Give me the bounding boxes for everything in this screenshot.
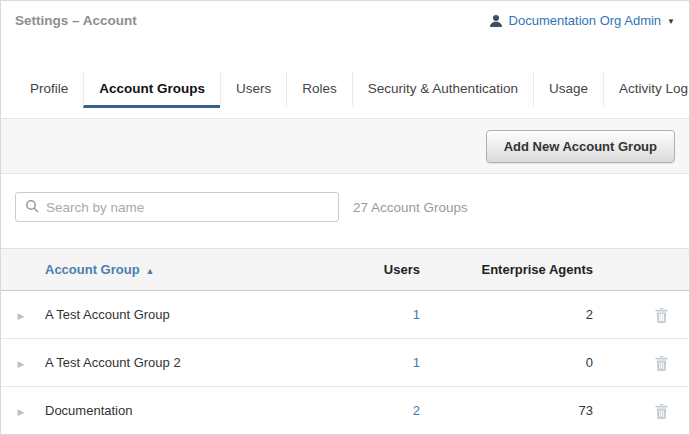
table-row: ▶ Documentation 2 73 [1,387,689,435]
tab-bar: Profile Account Groups Users Roles Secur… [1,72,689,119]
delete-account-group-button[interactable] [633,306,689,322]
account-groups-count: 27 Account Groups [353,200,468,215]
sort-asc-icon: ▲ [146,266,155,276]
top-bar: Settings – Account Documentation Org Adm… [1,1,689,41]
user-menu-label: Documentation Org Admin [509,13,661,28]
tab-profile[interactable]: Profile [15,72,83,108]
tab-usage[interactable]: Usage [533,72,603,108]
delete-account-group-button[interactable] [633,354,689,370]
delete-account-group-button[interactable] [633,402,689,418]
column-header-users[interactable]: Users [373,262,473,277]
chevron-right-icon: ▶ [18,359,25,369]
trash-icon [655,354,668,369]
chevron-right-icon: ▶ [18,311,25,321]
trash-icon [655,402,668,417]
search-box[interactable] [15,192,339,222]
tab-users[interactable]: Users [220,72,286,108]
settings-account-page: Settings – Account Documentation Org Adm… [0,0,690,435]
table-row: ▶ A Test Account Group 1 2 [1,291,689,339]
enterprise-agents-count: 73 [473,403,633,418]
column-header-enterprise-agents[interactable]: Enterprise Agents [473,262,633,277]
tab-roles[interactable]: Roles [286,72,352,108]
chevron-right-icon: ▶ [18,407,25,417]
account-group-name: A Test Account Group 2 [41,355,373,370]
row-expand-button[interactable]: ▶ [1,403,41,418]
column-header-account-group[interactable]: Account Group▲ [41,262,373,277]
enterprise-agents-count: 2 [473,307,633,322]
users-count-link[interactable]: 1 [373,307,473,322]
user-icon [489,14,503,28]
row-expand-button[interactable]: ▶ [1,355,41,370]
trash-icon [655,306,668,321]
table-header-row: Account Group▲ Users Enterprise Agents [1,248,689,291]
users-count-link[interactable]: 1 [373,355,473,370]
row-expand-button[interactable]: ▶ [1,307,41,322]
add-new-account-group-button[interactable]: Add New Account Group [486,130,675,163]
account-group-name: Documentation [41,403,373,418]
tab-account-groups[interactable]: Account Groups [83,72,220,108]
user-menu[interactable]: Documentation Org Admin ▼ [489,13,675,28]
account-group-name: A Test Account Group [41,307,373,322]
tab-security-authentication[interactable]: Security & Authentication [352,72,533,108]
table-row: ▶ A Test Account Group 2 1 0 [1,339,689,387]
page-title: Settings – Account [15,13,137,28]
chevron-down-icon: ▼ [667,16,675,26]
enterprise-agents-count: 0 [473,355,633,370]
toolbar-band: Add New Account Group [1,119,689,174]
search-input[interactable] [46,200,329,215]
search-icon [25,199,39,216]
search-row: 27 Account Groups [1,174,689,222]
tab-activity-log[interactable]: Activity Log [603,72,690,108]
users-count-link[interactable]: 2 [373,403,473,418]
account-groups-table: Account Group▲ Users Enterprise Agents ▶… [1,248,689,435]
